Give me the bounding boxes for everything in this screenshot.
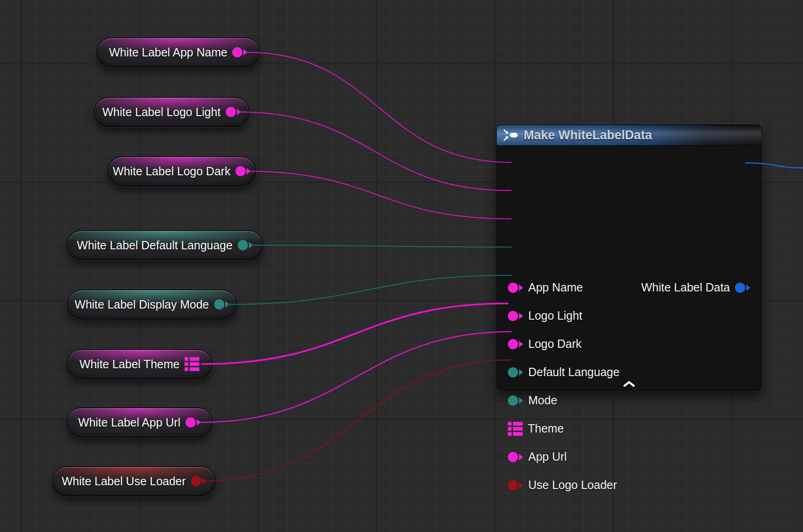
theme-struct-input-pin-icon[interactable] <box>508 422 523 436</box>
pin-label: App Url <box>528 450 567 464</box>
pin-label: Mode <box>528 394 557 407</box>
getter-node-label: White Label Theme <box>80 358 179 371</box>
wire-logo-light[interactable] <box>238 112 511 191</box>
pin-label: White Label Data <box>641 281 730 294</box>
getter-node-white-label-default-language[interactable]: White Label Default Language <box>66 230 264 260</box>
make-node-header[interactable]: Make WhiteLabelData <box>497 125 761 146</box>
string-output-pin[interactable] <box>232 47 247 57</box>
input-row-logo-dark: Logo Dark <box>497 330 761 358</box>
collapse-node-button[interactable] <box>618 380 640 388</box>
logo-dark-input-pin[interactable] <box>508 339 523 349</box>
default-language-input-pin[interactable] <box>508 367 523 377</box>
getter-node-label: White Label Logo Dark <box>113 165 230 178</box>
getter-node-label: White Label App Name <box>109 46 228 59</box>
getter-node-label: White Label Default Language <box>77 239 232 252</box>
white-label-data-output-pin[interactable] <box>735 283 750 293</box>
wire-display-mode[interactable] <box>225 275 511 304</box>
node-title: Make WhiteLabelData <box>524 128 652 142</box>
enum-output-pin[interactable] <box>214 299 229 309</box>
pin-label: Logo Light <box>528 309 582 322</box>
getter-node-white-label-logo-dark[interactable]: White Label Logo Dark <box>107 156 256 186</box>
chevron-up-icon <box>623 381 635 387</box>
logo-light-input-pin[interactable] <box>508 311 523 321</box>
pin-label: Default Language <box>528 365 619 379</box>
getter-node-white-label-app-name[interactable]: White Label App Name <box>96 37 260 68</box>
wire-theme[interactable] <box>202 303 508 364</box>
getter-node-white-label-theme[interactable]: White Label Theme <box>66 349 213 379</box>
wire-app-url[interactable] <box>201 332 511 422</box>
wire-logo-dark[interactable] <box>244 171 511 219</box>
app-name-input-pin[interactable] <box>508 283 523 293</box>
bool-output-pin[interactable] <box>191 476 206 486</box>
string-output-pin[interactable] <box>226 107 241 117</box>
wire-app-name[interactable] <box>246 52 511 162</box>
app-url-input-pin[interactable] <box>508 452 523 462</box>
getter-node-white-label-logo-light[interactable]: White Label Logo Light <box>93 97 250 127</box>
make-whitelabeldata-node[interactable]: Make WhiteLabelData App Name Logo Light … <box>496 124 762 391</box>
struct-output-pin-icon[interactable] <box>185 357 199 371</box>
getter-node-label: White Label Logo Light <box>102 105 221 119</box>
getter-node-label: White Label Use Loader <box>62 475 185 488</box>
make-struct-icon <box>503 129 518 141</box>
getter-node-white-label-use-loader[interactable]: White Label Use Loader <box>52 466 216 496</box>
pin-label: Logo Dark <box>528 337 581 351</box>
mode-input-pin[interactable] <box>508 396 523 406</box>
input-row-logo-light: Logo Light <box>497 302 761 330</box>
input-row-mode: Mode <box>497 386 761 414</box>
wire-use-loader[interactable] <box>204 360 511 481</box>
enum-output-pin[interactable] <box>238 240 253 250</box>
blueprint-graph-canvas[interactable]: White Label App Name White Label Logo Li… <box>0 0 803 532</box>
input-row-app-url: App Url <box>497 443 761 471</box>
string-output-pin[interactable] <box>185 417 201 427</box>
input-row-use-logo-loader: Use Logo Loader <box>497 471 761 499</box>
use-logo-loader-input-pin[interactable] <box>508 480 523 490</box>
pin-label: Theme <box>528 422 564 435</box>
string-output-pin[interactable] <box>235 166 251 176</box>
getter-node-white-label-app-url[interactable]: White Label App Url <box>66 407 213 438</box>
input-row-theme: Theme <box>497 414 761 443</box>
getter-node-label: White Label Display Mode <box>74 298 209 311</box>
wire-default-language[interactable] <box>252 245 511 247</box>
pin-label: App Name <box>528 281 583 294</box>
output-row-white-label-data: White Label Data <box>641 273 761 302</box>
pin-label: Use Logo Loader <box>528 478 617 492</box>
getter-node-label: White Label App Url <box>78 416 180 429</box>
getter-node-white-label-display-mode[interactable]: White Label Display Mode <box>67 289 237 320</box>
